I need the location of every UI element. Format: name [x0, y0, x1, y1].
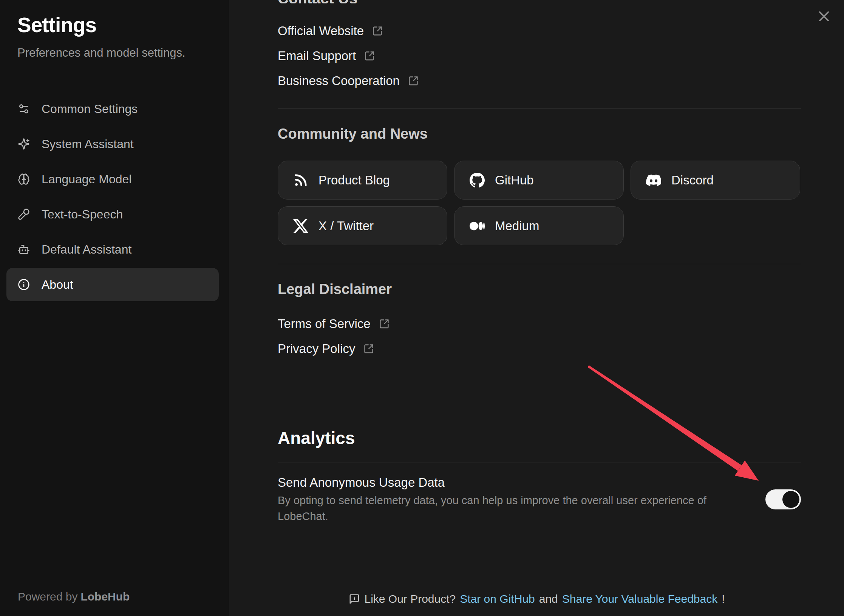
sidebar-item-label: About [42, 278, 73, 292]
usage-data-description: By opting to send telemetry data, you ca… [278, 492, 750, 524]
page-subtitle: Preferences and model settings. [17, 46, 185, 60]
link-label: Official Website [278, 24, 364, 38]
usage-data-label: Send Anonymous Usage Data [278, 474, 750, 491]
button-label: Product Blog [318, 173, 390, 187]
footer-text: Like Our Product? [364, 593, 456, 605]
legal-heading: Legal Disclaimer [278, 281, 801, 297]
footer-text: ! [722, 593, 725, 605]
settings-sidebar: Settings Preferences and model settings.… [0, 0, 229, 616]
discord-button[interactable]: Discord [631, 161, 800, 200]
share-feedback-link[interactable]: Share Your Valuable Feedback [562, 593, 717, 605]
sidebar-item-default-assistant[interactable]: Default Assistant [6, 233, 219, 266]
lobehub-brand[interactable]: LobeHub [80, 590, 130, 603]
close-button[interactable] [817, 9, 831, 23]
external-link-icon [363, 344, 374, 354]
sidebar-item-label: Text-to-Speech [42, 207, 123, 221]
link-label: Terms of Service [278, 317, 371, 331]
footer-text: and [539, 593, 558, 605]
message-square-icon [349, 593, 360, 605]
sidebar-item-label: Language Model [42, 172, 131, 186]
section-divider [278, 463, 801, 463]
button-label: Medium [495, 219, 539, 233]
external-link-icon [379, 319, 390, 329]
usage-data-setting: Send Anonymous Usage Data By opting to s… [278, 474, 801, 524]
github-button[interactable]: GitHub [454, 161, 624, 200]
bot-icon [18, 243, 30, 255]
sidebar-item-label: System Assistant [42, 137, 134, 151]
link-label: Business Cooperation [278, 74, 400, 88]
sidebar-item-label: Common Settings [42, 102, 138, 116]
contact-us-section: Contact Us [278, 0, 801, 3]
product-blog-button[interactable]: Product Blog [278, 161, 447, 200]
link-label: Privacy Policy [278, 342, 355, 356]
sidebar-item-about[interactable]: About [6, 268, 219, 301]
brain-icon [18, 173, 30, 185]
sidebar-item-language-model[interactable]: Language Model [6, 163, 219, 196]
medium-button[interactable]: Medium [454, 206, 624, 245]
rss-icon [293, 173, 308, 188]
info-icon [18, 279, 30, 291]
powered-by-text: Powered by [18, 590, 77, 603]
x-icon [293, 218, 308, 234]
section-divider [278, 108, 801, 109]
button-label: X / Twitter [318, 219, 374, 233]
mic-icon [18, 208, 30, 220]
medium-icon [470, 218, 485, 234]
contact-links: Official Website Email Support Business … [278, 19, 801, 93]
official-website-link[interactable]: Official Website [278, 19, 383, 43]
section-divider [278, 264, 801, 264]
close-icon [817, 9, 831, 23]
community-buttons: Product Blog GitHub Discord X / Twitter … [278, 161, 801, 245]
external-link-icon [408, 76, 419, 86]
sidebar-item-common-settings[interactable]: Common Settings [6, 92, 219, 125]
link-label: Email Support [278, 49, 356, 63]
community-heading: Community and News [278, 125, 801, 142]
sidebar-item-text-to-speech[interactable]: Text-to-Speech [6, 198, 219, 231]
sliders-icon [18, 103, 30, 115]
terms-of-service-link[interactable]: Terms of Service [278, 311, 390, 336]
email-support-link[interactable]: Email Support [278, 43, 375, 68]
legal-links: Terms of Service Privacy Policy [278, 311, 801, 361]
settings-nav: Common Settings System Assistant Languag… [6, 92, 219, 301]
button-label: GitHub [495, 173, 534, 187]
sidebar-item-label: Default Assistant [42, 243, 131, 257]
privacy-policy-link[interactable]: Privacy Policy [278, 336, 374, 361]
business-cooperation-link[interactable]: Business Cooperation [278, 68, 419, 93]
usage-data-texts: Send Anonymous Usage Data By opting to s… [278, 474, 750, 524]
star-on-github-link[interactable]: Star on GitHub [460, 593, 535, 605]
external-link-icon [364, 51, 375, 61]
analytics-heading: Analytics [278, 428, 801, 448]
about-panel: Contact Us Official Website Email Suppor… [230, 0, 844, 616]
external-link-icon [372, 26, 383, 36]
powered-by: Powered byLobeHub [18, 590, 130, 603]
discord-icon [646, 173, 661, 188]
sidebar-item-system-assistant[interactable]: System Assistant [6, 127, 219, 161]
sparkles-icon [18, 138, 30, 150]
usage-data-toggle[interactable] [765, 489, 801, 509]
page-title: Settings [17, 13, 96, 37]
toggle-knob [782, 491, 799, 508]
x-twitter-button[interactable]: X / Twitter [278, 206, 447, 245]
feedback-footer: Like Our Product? Star on GitHub and Sha… [230, 593, 844, 605]
contact-us-heading: Contact Us [278, 0, 357, 3]
button-label: Discord [671, 173, 714, 187]
github-icon [470, 173, 485, 188]
